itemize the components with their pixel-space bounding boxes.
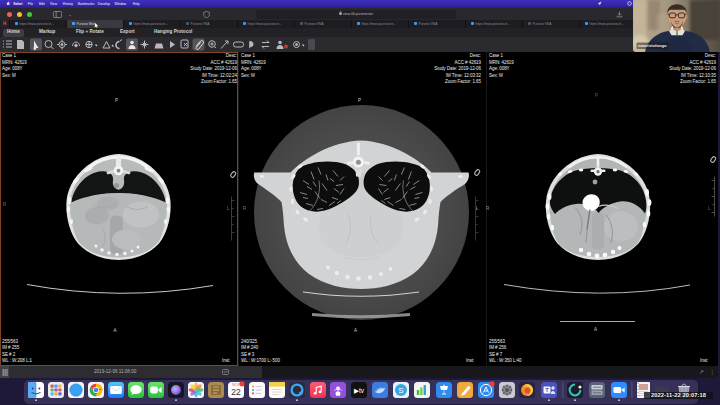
svg-text:▶tv: ▶tv [354,387,365,394]
svg-text:NOV: NOV [232,383,240,387]
svg-text:mauriziolongo: mauriziolongo [638,43,667,48]
svg-text:S: S [398,386,403,395]
svg-text:22: 22 [231,387,241,397]
